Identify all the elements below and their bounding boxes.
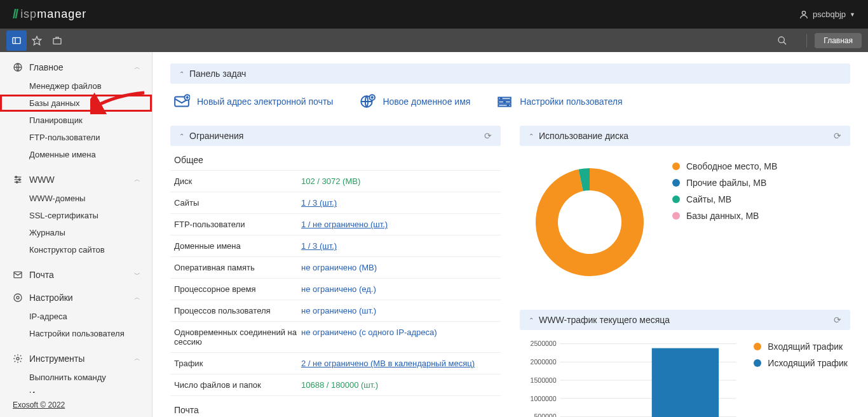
refresh-icon[interactable]: ⟳ xyxy=(834,315,841,325)
briefcase-icon[interactable] xyxy=(47,30,67,51)
sidebar-item-scheduler[interactable]: Планировщик xyxy=(0,112,152,129)
nav-group-www[interactable]: WWW ︿ xyxy=(0,169,152,190)
svg-point-26 xyxy=(501,98,502,99)
limit-label: Процессорное время xyxy=(174,284,301,294)
svg-text:500000: 500000 xyxy=(534,413,556,417)
legend-item: Базы данных, МВ xyxy=(672,211,777,221)
chevron-up-icon: ︿ xyxy=(134,293,140,302)
limit-label: Оперативная память xyxy=(174,263,301,272)
toolbar-divider xyxy=(806,34,807,48)
caret-icon: ⌃ xyxy=(529,133,534,140)
user-menu[interactable]: pscbqbjp ▼ xyxy=(799,10,855,20)
limit-label: Одновременных соединений на сессию xyxy=(174,328,301,347)
legend-dot-icon xyxy=(672,195,680,203)
quick-action-label: Настройки пользователя xyxy=(520,96,622,107)
sidebar-toggle-icon[interactable] xyxy=(6,30,27,51)
limit-label: Число файлов и папок xyxy=(174,380,301,390)
limit-value[interactable]: 1 / 3 (шт.) xyxy=(301,198,337,208)
disk-usage-chart xyxy=(526,159,653,286)
chevron-up-icon: ︿ xyxy=(134,354,140,363)
traffic-chart: 05000001000000150000020000002500000ssl.l… xyxy=(522,339,741,417)
quick-action-new-domain[interactable]: Новое доменное имя xyxy=(358,93,470,110)
legend-label: Прочие файлы, МВ xyxy=(686,178,766,188)
panel-header-limits[interactable]: ⌃ Ограничения ⟳ xyxy=(170,126,501,146)
svg-point-18 xyxy=(17,357,19,360)
sidebar-item-databases[interactable]: Базы данных xyxy=(0,95,152,112)
svg-point-12 xyxy=(15,176,17,178)
sidebar-item-user-settings[interactable]: Настройки пользователя xyxy=(0,325,152,342)
chevron-up-icon: ︿ xyxy=(134,175,140,184)
svg-text:2500000: 2500000 xyxy=(531,340,557,347)
nav-group-label: Настройки xyxy=(29,293,73,303)
panel-header-traffic[interactable]: ⌃ WWW-трафик текущего месяца ⟳ xyxy=(520,310,850,330)
limit-value: не ограничено (с одного IP-адреса) xyxy=(301,328,437,347)
user-settings-icon xyxy=(496,93,513,110)
quick-action-user-settings[interactable]: Настройки пользователя xyxy=(496,93,622,110)
brand-logo: // ispmanager xyxy=(13,7,86,22)
svg-point-27 xyxy=(504,101,505,102)
svg-rect-1 xyxy=(13,37,20,43)
legend-dot-icon xyxy=(672,212,680,220)
limit-label: Трафик xyxy=(174,359,301,368)
quick-action-new-email[interactable]: Новый адрес электронной почты xyxy=(173,93,333,110)
breadcrumb[interactable]: Главная xyxy=(815,33,862,48)
legend-label: Входящий трафик xyxy=(768,341,843,352)
globe-plus-icon xyxy=(358,93,376,110)
brand-text: ispmanager xyxy=(20,8,86,21)
limit-label: FTP-пользователи xyxy=(174,220,301,229)
sidebar-item-files[interactable]: Менеджер файлов xyxy=(0,77,152,95)
nav-group-mail[interactable]: Почта ﹀ xyxy=(0,265,152,285)
sidebar-item-run-command[interactable]: Выполнить команду xyxy=(0,369,152,386)
sidebar-item-logs[interactable]: Журналы xyxy=(0,224,152,241)
svg-point-13 xyxy=(18,179,20,181)
limit-row: Диск102 / 3072 (МВ) xyxy=(170,170,501,192)
legend-item: Свободное место, МВ xyxy=(672,161,777,171)
panel-title: Использование диска xyxy=(539,131,628,141)
panel-header-tasks[interactable]: ⌃ Панель задач xyxy=(170,63,850,84)
limit-label: Диск xyxy=(174,176,301,186)
limit-value: не ограничено (ед.) xyxy=(301,284,376,294)
sidebar-item-www-domains[interactable]: WWW-домены xyxy=(0,190,152,207)
limit-row: Доменные имена1 / 3 (шт.) xyxy=(170,235,501,256)
top-bar: // ispmanager pscbqbjp ▼ xyxy=(0,0,868,29)
limit-label: Доменные имена xyxy=(174,241,301,251)
nav-group-main[interactable]: Главное ︿ xyxy=(0,57,152,77)
svg-text:1000000: 1000000 xyxy=(531,395,557,402)
legend-dot-icon xyxy=(754,343,761,350)
sidebar-item-domain-names[interactable]: Доменные имена xyxy=(0,146,152,163)
limit-value: 102 / 3072 (МВ) xyxy=(301,176,360,186)
nav-group-tools[interactable]: Инструменты ︿ xyxy=(0,348,152,369)
limit-value[interactable]: 1 / 3 (шт.) xyxy=(301,241,337,251)
sidebar-item-site-builder[interactable]: Конструктор сайтов xyxy=(0,241,152,258)
sidebar-item-ip-addresses[interactable]: IP-адреса xyxy=(0,308,152,325)
sidebar-item-ssl[interactable]: SSL-сертификаты xyxy=(0,207,152,224)
caret-icon: ⌃ xyxy=(529,317,534,324)
legend-dot-icon xyxy=(754,359,761,367)
search-icon[interactable] xyxy=(772,30,792,51)
refresh-icon[interactable]: ⟳ xyxy=(834,131,841,141)
favorite-icon[interactable] xyxy=(27,30,47,51)
legend-item: Входящий трафик xyxy=(754,341,848,352)
limit-row: FTP-пользователи1 / не ограничено (шт.) xyxy=(170,213,501,235)
legend-label: Базы данных, МВ xyxy=(686,211,759,221)
limit-value[interactable]: 1 / не ограничено (шт.) xyxy=(301,220,388,229)
sidebar-footer: Exosoft © 2022 xyxy=(0,393,152,417)
limit-row: Процессорное времяне ограничено (ед.) xyxy=(170,278,501,300)
limit-value[interactable]: 2 / не ограничено (МВ в календарный меся… xyxy=(301,359,475,368)
caret-icon: ⌃ xyxy=(179,70,184,77)
legend-label: Свободное место, МВ xyxy=(686,161,777,171)
refresh-icon[interactable]: ⟳ xyxy=(484,131,492,141)
legend-item: Исходящий трафик xyxy=(754,358,848,368)
svg-point-5 xyxy=(778,37,784,43)
limit-label: Процессов пользователя xyxy=(174,306,301,315)
limit-row: Сайты1 / 3 (шт.) xyxy=(170,192,501,213)
quick-action-label: Новый адрес электронной почты xyxy=(197,96,333,107)
footer-link[interactable]: Exosoft © 2022 xyxy=(13,400,65,409)
limit-row: Процессов пользователяне ограничено (шт.… xyxy=(170,300,501,321)
panel-header-disk[interactable]: ⌃ Использование диска ⟳ xyxy=(520,126,850,146)
traffic-legend: Входящий трафикИсходящий трафик xyxy=(754,339,848,368)
sidebar-item-import-user[interactable]: Импорт пользователя xyxy=(0,386,152,393)
nav-group-settings[interactable]: Настройки ︿ xyxy=(0,288,152,308)
logo-slashes-icon: // xyxy=(13,7,17,22)
sidebar-item-ftp-users[interactable]: FTP-пользователи xyxy=(0,129,152,146)
